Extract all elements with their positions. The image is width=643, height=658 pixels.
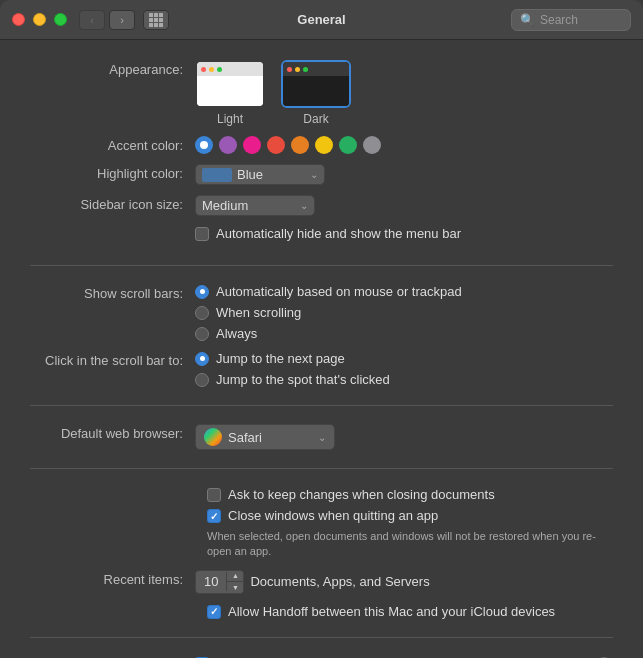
recent-items-content: 10 ▲ ▼ Documents, Apps, and Servers bbox=[195, 570, 613, 594]
accent-purple[interactable] bbox=[219, 136, 237, 154]
scroll-auto-row[interactable]: Automatically based on mouse or trackpad bbox=[195, 284, 462, 299]
scroll-click-label: Click in the scroll bar to: bbox=[30, 351, 195, 368]
stepper-down[interactable]: ▼ bbox=[227, 582, 243, 593]
divider-2 bbox=[30, 405, 613, 406]
close-windows-text: Close windows when quitting an app bbox=[228, 508, 438, 523]
scroll-auto-radio[interactable] bbox=[195, 285, 209, 299]
sidebar-icon-dropdown[interactable]: Medium ⌄ bbox=[195, 195, 315, 216]
menu-bar-content: Automatically hide and show the menu bar bbox=[195, 226, 613, 247]
recent-items-stepper[interactable]: 10 ▲ ▼ bbox=[195, 570, 244, 594]
traffic-lights bbox=[12, 13, 67, 26]
close-windows-sublabel: When selected, open documents and window… bbox=[207, 529, 613, 560]
sidebar-icon-value: Medium bbox=[202, 198, 248, 213]
appearance-light-label: Light bbox=[217, 112, 243, 126]
highlight-content: Blue ⌄ bbox=[195, 164, 613, 185]
appearance-dark[interactable]: Dark bbox=[281, 60, 351, 126]
sidebar-icon-row: Sidebar icon size: Medium ⌄ bbox=[30, 195, 613, 216]
recent-items-suffix: Documents, Apps, and Servers bbox=[250, 574, 429, 589]
stepper-up[interactable]: ▲ bbox=[227, 571, 243, 582]
window-title: General bbox=[297, 12, 345, 27]
scroll-spot-radio[interactable] bbox=[195, 373, 209, 387]
browser-dropdown[interactable]: Safari ⌄ bbox=[195, 424, 335, 450]
scroll-always-row[interactable]: Always bbox=[195, 326, 462, 341]
recent-items-row: Recent items: 10 ▲ ▼ Documents, Apps, an… bbox=[30, 570, 613, 594]
accent-yellow[interactable] bbox=[315, 136, 333, 154]
scroll-click-row: Click in the scroll bar to: Jump to the … bbox=[30, 351, 613, 387]
sidebar-icon-label: Sidebar icon size: bbox=[30, 195, 195, 212]
accent-green[interactable] bbox=[339, 136, 357, 154]
highlight-value: Blue bbox=[237, 167, 263, 182]
close-docs-text: Ask to keep changes when closing documen… bbox=[228, 487, 495, 502]
stepper-value: 10 bbox=[196, 572, 227, 591]
menu-bar-checkbox-row: Automatically hide and show the menu bar bbox=[195, 226, 461, 241]
scroll-spot-label: Jump to the spot that's clicked bbox=[216, 372, 390, 387]
divider-3 bbox=[30, 468, 613, 469]
browser-arrow: ⌄ bbox=[318, 432, 326, 443]
stepper-buttons: ▲ ▼ bbox=[227, 571, 243, 593]
handoff-text: Allow Handoff between this Mac and your … bbox=[228, 604, 555, 619]
back-button[interactable]: ‹ bbox=[79, 10, 105, 30]
browser-content: Safari ⌄ bbox=[195, 424, 613, 450]
search-input[interactable] bbox=[540, 13, 630, 27]
scroll-always-radio[interactable] bbox=[195, 327, 209, 341]
highlight-dropdown[interactable]: Blue ⌄ bbox=[195, 164, 325, 185]
accent-pink[interactable] bbox=[243, 136, 261, 154]
search-box[interactable]: 🔍 bbox=[511, 9, 631, 31]
highlight-swatch bbox=[202, 168, 232, 182]
appearance-row: Appearance: bbox=[30, 60, 613, 126]
scroll-scrolling-label: When scrolling bbox=[216, 305, 301, 320]
scroll-bars-label: Show scroll bars: bbox=[30, 284, 195, 301]
scroll-scrolling-row[interactable]: When scrolling bbox=[195, 305, 462, 320]
handoff-row: Allow Handoff between this Mac and your … bbox=[207, 604, 613, 619]
appearance-light[interactable]: Light bbox=[195, 60, 265, 126]
highlight-row: Highlight color: Blue ⌄ bbox=[30, 164, 613, 185]
close-button[interactable] bbox=[12, 13, 25, 26]
search-icon: 🔍 bbox=[520, 13, 535, 27]
browser-row: Default web browser: Safari ⌄ bbox=[30, 424, 613, 450]
grid-button[interactable] bbox=[143, 10, 169, 30]
divider-4 bbox=[30, 637, 613, 638]
sidebar-icon-content: Medium ⌄ bbox=[195, 195, 613, 216]
scroll-click-content: Jump to the next page Jump to the spot t… bbox=[195, 351, 613, 387]
accent-graphite[interactable] bbox=[363, 136, 381, 154]
menu-bar-checkbox[interactable] bbox=[195, 227, 209, 241]
menu-bar-text: Automatically hide and show the menu bar bbox=[216, 226, 461, 241]
highlight-label: Highlight color: bbox=[30, 164, 195, 181]
close-docs-row: Ask to keep changes when closing documen… bbox=[207, 487, 613, 502]
scroll-next-page-radio[interactable] bbox=[195, 352, 209, 366]
appearance-options: Light bbox=[195, 60, 613, 126]
accent-red[interactable] bbox=[267, 136, 285, 154]
close-docs-checkbox[interactable] bbox=[207, 488, 221, 502]
safari-icon bbox=[204, 428, 222, 446]
scroll-bars-options: Automatically based on mouse or trackpad… bbox=[195, 284, 462, 341]
appearance-label: Appearance: bbox=[30, 60, 195, 77]
accent-colors bbox=[195, 136, 613, 154]
forward-button[interactable]: › bbox=[109, 10, 135, 30]
scroll-bars-row: Show scroll bars: Automatically based on… bbox=[30, 284, 613, 341]
divider-1 bbox=[30, 265, 613, 266]
accent-orange[interactable] bbox=[291, 136, 309, 154]
close-windows-row: Close windows when quitting an app bbox=[207, 508, 613, 523]
close-windows-checkbox[interactable] bbox=[207, 509, 221, 523]
titlebar: ‹ › General 🔍 bbox=[0, 0, 643, 40]
scroll-scrolling-radio[interactable] bbox=[195, 306, 209, 320]
appearance-dark-label: Dark bbox=[303, 112, 328, 126]
scroll-next-page-label: Jump to the next page bbox=[216, 351, 345, 366]
scroll-auto-label: Automatically based on mouse or trackpad bbox=[216, 284, 462, 299]
highlight-dropdown-arrow: ⌄ bbox=[310, 169, 318, 180]
back-icon: ‹ bbox=[90, 14, 94, 26]
sidebar-icon-arrow: ⌄ bbox=[300, 200, 308, 211]
accent-blue[interactable] bbox=[195, 136, 213, 154]
handoff-checkbox[interactable] bbox=[207, 605, 221, 619]
maximize-button[interactable] bbox=[54, 13, 67, 26]
content: Appearance: bbox=[0, 40, 643, 658]
menu-bar-row: Automatically hide and show the menu bar bbox=[30, 226, 613, 247]
accent-label: Accent color: bbox=[30, 136, 195, 153]
recent-items-label: Recent items: bbox=[30, 570, 195, 587]
scroll-bars-content: Automatically based on mouse or trackpad… bbox=[195, 284, 613, 341]
browser-value: Safari bbox=[228, 430, 262, 445]
scroll-always-label: Always bbox=[216, 326, 257, 341]
scroll-next-page-row[interactable]: Jump to the next page bbox=[195, 351, 390, 366]
minimize-button[interactable] bbox=[33, 13, 46, 26]
scroll-spot-row[interactable]: Jump to the spot that's clicked bbox=[195, 372, 390, 387]
